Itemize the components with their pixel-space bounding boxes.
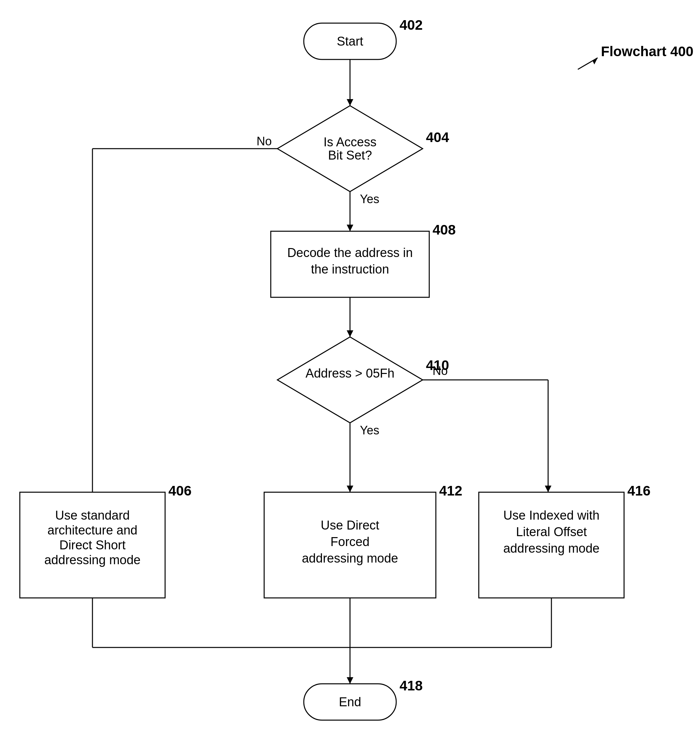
- box2-id: 412: [439, 483, 462, 498]
- box3-label1: Use Indexed with: [503, 508, 600, 522]
- box2-label1: Use Direct: [321, 518, 379, 532]
- box3-label3: addressing mode: [503, 541, 600, 555]
- ref-400: Flowchart 400: [601, 44, 693, 59]
- end-label: End: [339, 695, 361, 709]
- box2-label2: Forced: [331, 535, 369, 549]
- svg-marker-3: [347, 99, 353, 106]
- box1-id: 406: [168, 483, 191, 498]
- svg-marker-11: [347, 330, 353, 337]
- decision1-label: Is Access: [324, 135, 377, 149]
- decision1-label2: Bit Set?: [328, 148, 372, 162]
- no2-label: No: [432, 364, 448, 377]
- box1-label4: addressing mode: [44, 553, 141, 567]
- diagram-container: Flowchart 400 Start 402 Is Access Bit Se…: [0, 0, 700, 735]
- box3-label2: Literal Offset: [516, 525, 587, 539]
- process1-label1: Decode the address in: [287, 246, 413, 260]
- box3-id: 416: [627, 483, 650, 498]
- yes2-label: Yes: [360, 423, 379, 437]
- box2-label3: addressing mode: [302, 551, 398, 565]
- yes1-label: Yes: [360, 192, 379, 206]
- svg-marker-13: [347, 486, 353, 492]
- process1-id: 408: [432, 222, 456, 237]
- box1-label1: Use standard: [55, 508, 130, 522]
- box1-label3: Direct Short: [59, 538, 126, 552]
- end-id: 418: [400, 678, 423, 693]
- decision2-label: Address > 05Fh: [306, 366, 394, 380]
- svg-marker-16: [545, 486, 551, 492]
- start-label: Start: [337, 34, 363, 48]
- svg-marker-5: [347, 225, 353, 231]
- no1-label: No: [257, 134, 272, 148]
- svg-marker-23: [347, 677, 353, 684]
- process1-label2: the instruction: [311, 262, 389, 276]
- box1-label2: architecture and: [47, 523, 138, 537]
- start-id: 402: [400, 17, 423, 33]
- decision1-id: 404: [426, 130, 449, 145]
